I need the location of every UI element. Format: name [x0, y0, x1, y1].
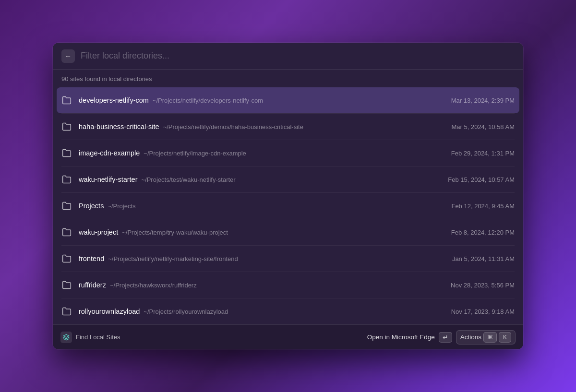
actions-label: Actions	[460, 333, 481, 341]
list-item[interactable]: image-cdn-example ~/Projects/netlify/ima…	[53, 140, 523, 166]
list-item[interactable]: frontend ~/Projects/netlify/netlify-mark…	[53, 246, 523, 272]
folder-icon	[61, 280, 72, 290]
cmd-key-badge: ⌘	[483, 332, 497, 343]
item-path: ~/Projects/temp/try-waku/waku-project	[122, 229, 228, 236]
main-dialog: ← 90 sites found in local directories de…	[53, 43, 523, 349]
item-info: ruffriderz ~/Projects/hawksworx/ruffride…	[79, 281, 444, 289]
search-bar: ←	[53, 43, 523, 70]
folder-icon	[61, 306, 72, 317]
item-path: ~/Projects/netlify/developers-netlify-co…	[153, 97, 263, 104]
folder-icon	[61, 148, 72, 158]
item-path: ~/Projects/hawksworx/ruffriderz	[110, 282, 197, 289]
list-item[interactable]: developers-netlify-com ~/Projects/netlif…	[57, 87, 519, 113]
bottom-bar: Find Local Sites Open in Microsoft Edge …	[53, 324, 523, 349]
back-icon: ←	[65, 52, 72, 60]
folder-icon	[61, 95, 72, 106]
item-path: ~/Projects/netlify/image-cdn-example	[144, 150, 246, 157]
item-name: frontend	[79, 255, 104, 262]
list-item[interactable]: Projects ~/Projects Feb 12, 2024, 9:45 A…	[53, 193, 523, 219]
item-info: haha-business-critical-site ~/Projects/n…	[79, 123, 444, 131]
netlify-icon	[60, 332, 72, 343]
item-name: waku-project	[79, 228, 118, 236]
item-date: Nov 17, 2023, 9:18 AM	[451, 308, 515, 315]
item-path: ~/Projects/test/waku-netlify-starter	[141, 176, 235, 183]
find-local-sites-button[interactable]: Find Local Sites	[60, 332, 120, 343]
item-name: image-cdn-example	[79, 149, 140, 157]
actions-group[interactable]: Actions ⌘ K	[456, 330, 516, 344]
list-item[interactable]: waku-project ~/Projects/temp/try-waku/wa…	[53, 219, 523, 245]
item-date: Mar 13, 2024, 2:39 PM	[451, 97, 515, 104]
item-path: ~/Projects/rollyourownlazyload	[144, 308, 228, 315]
directory-list: developers-netlify-com ~/Projects/netlif…	[53, 87, 523, 324]
search-input[interactable]	[81, 51, 515, 61]
back-button[interactable]: ←	[61, 49, 75, 63]
item-path: ~/Projects/netlify/netlify-marketing-sit…	[108, 255, 238, 262]
item-info: frontend ~/Projects/netlify/netlify-mark…	[79, 255, 445, 262]
item-name: haha-business-critical-site	[79, 123, 159, 131]
item-date: Jan 5, 2024, 11:31 AM	[452, 255, 515, 262]
folder-icon	[61, 201, 72, 211]
item-info: rollyourownlazyload ~/Projects/rollyouro…	[79, 308, 444, 315]
folder-icon	[61, 227, 72, 238]
list-item[interactable]: ruffriderz ~/Projects/hawksworx/ruffride…	[53, 272, 523, 298]
item-name: rollyourownlazyload	[79, 308, 140, 315]
item-path: ~/Projects	[108, 202, 135, 210]
list-item[interactable]: rollyourownlazyload ~/Projects/rollyouro…	[53, 298, 523, 324]
item-date: Mar 5, 2024, 10:58 AM	[451, 123, 515, 131]
item-name: ruffriderz	[79, 281, 106, 289]
folder-icon	[61, 174, 72, 185]
item-info: waku-project ~/Projects/temp/try-waku/wa…	[79, 228, 444, 236]
item-info: image-cdn-example ~/Projects/netlify/ima…	[79, 149, 444, 157]
results-count: 90 sites found in local directories	[53, 70, 523, 87]
folder-icon	[61, 253, 72, 264]
folder-icon	[61, 121, 72, 132]
item-date: Feb 12, 2024, 9:45 AM	[451, 202, 515, 210]
list-item[interactable]: haha-business-critical-site ~/Projects/n…	[53, 114, 523, 140]
item-info: developers-netlify-com ~/Projects/netlif…	[79, 96, 444, 104]
open-in-edge-label: Open in Microsoft Edge	[367, 333, 435, 341]
item-date: Feb 15, 2024, 10:57 AM	[448, 176, 515, 183]
return-key-badge: ↵	[439, 332, 452, 343]
k-key-badge: K	[499, 332, 511, 343]
item-info: waku-netlify-starter ~/Projects/test/wak…	[79, 176, 441, 183]
item-date: Feb 29, 2024, 1:31 PM	[451, 150, 515, 157]
item-date: Feb 8, 2024, 12:20 PM	[451, 229, 515, 236]
item-name: Projects	[79, 202, 104, 210]
item-name: developers-netlify-com	[79, 96, 149, 104]
list-item[interactable]: waku-netlify-starter ~/Projects/test/wak…	[53, 166, 523, 192]
find-local-sites-label: Find Local Sites	[76, 333, 120, 341]
bottom-bar-right: Open in Microsoft Edge ↵ Actions ⌘ K	[367, 330, 516, 344]
item-info: Projects ~/Projects	[79, 202, 444, 210]
item-path: ~/Projects/netlify/demos/haha-business-c…	[163, 123, 303, 131]
item-name: waku-netlify-starter	[79, 176, 137, 183]
item-date: Nov 28, 2023, 5:56 PM	[451, 282, 515, 289]
